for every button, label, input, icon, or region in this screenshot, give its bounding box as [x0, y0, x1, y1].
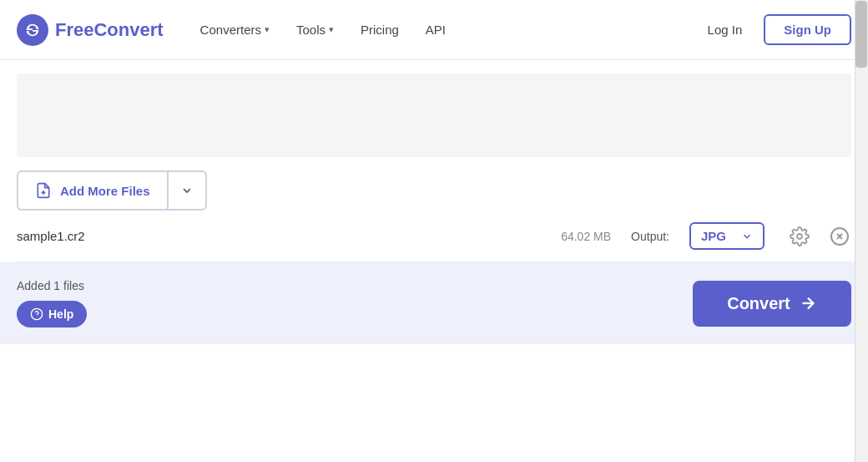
output-label: Output: [631, 230, 669, 243]
help-button[interactable]: Help [17, 301, 87, 327]
file-name: sample1.cr2 [17, 229, 548, 243]
logo-text: FreeConvert [55, 19, 164, 41]
nav-converters[interactable]: Converters ▾ [187, 0, 283, 60]
gear-svg [790, 226, 810, 246]
remove-file-button[interactable] [828, 225, 851, 248]
add-more-files-button[interactable]: Add More Files [17, 170, 167, 211]
signup-button[interactable]: Sign Up [764, 14, 851, 45]
chevron-down-icon [180, 184, 194, 197]
main-content: Add More Files sample1.cr2 64.02 MB Outp… [0, 74, 868, 344]
add-file-icon [35, 182, 52, 199]
format-chevron-icon [741, 231, 753, 242]
login-button[interactable]: Log In [693, 16, 758, 43]
file-size: 64.02 MB [561, 230, 611, 243]
nav-tools[interactable]: Tools ▾ [283, 0, 347, 60]
scrollbar[interactable] [855, 0, 868, 462]
added-files-text: Added 1 files [17, 279, 84, 292]
bottom-bar: Added 1 files Help Convert [0, 262, 868, 344]
ad-banner [17, 74, 851, 157]
toolbar: Add More Files [17, 170, 851, 211]
logo[interactable]: FreeConvert [17, 14, 164, 46]
svg-point-2 [797, 234, 802, 239]
help-icon [30, 307, 43, 321]
close-svg [830, 226, 850, 246]
add-files-dropdown-button[interactable] [167, 170, 207, 211]
scrollbar-thumb[interactable] [855, 1, 867, 68]
nav-api[interactable]: API [412, 0, 459, 60]
tools-chevron-icon: ▾ [329, 24, 334, 35]
convert-arrow-icon [799, 294, 817, 312]
navbar: FreeConvert Converters ▾ Tools ▾ Pricing… [0, 0, 868, 60]
converters-chevron-icon: ▾ [265, 24, 270, 35]
bottom-left: Added 1 files Help [17, 279, 87, 327]
logo-icon [17, 14, 48, 46]
logo-svg [23, 21, 42, 39]
nav-pricing[interactable]: Pricing [347, 0, 412, 60]
output-format-select[interactable]: JPG [689, 222, 765, 250]
settings-icon[interactable] [788, 225, 811, 248]
file-row: sample1.cr2 64.02 MB Output: JPG [17, 211, 851, 262]
convert-button[interactable]: Convert [693, 281, 851, 327]
